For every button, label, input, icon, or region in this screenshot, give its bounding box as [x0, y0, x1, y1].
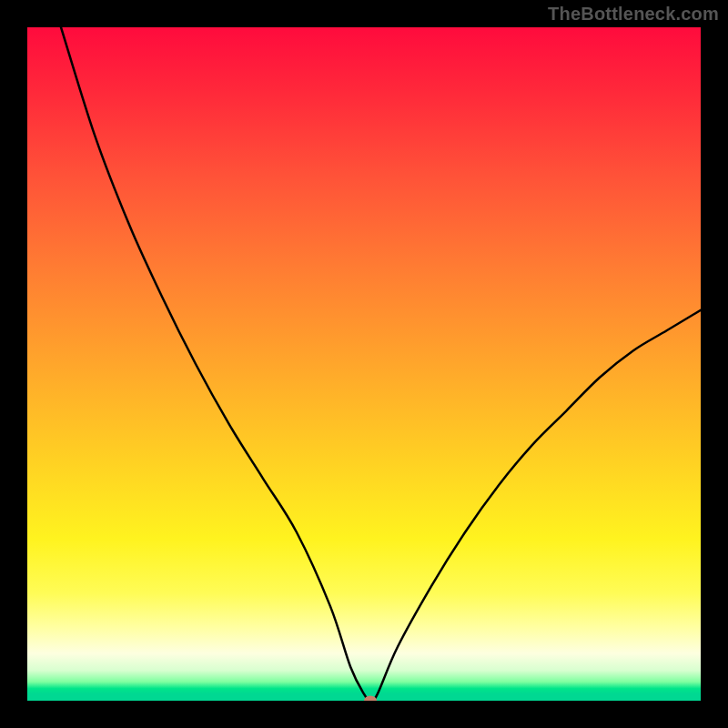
bottleneck-curve-path	[61, 27, 701, 701]
watermark-text: TheBottleneck.com	[548, 4, 719, 25]
plot-area	[27, 27, 701, 701]
optimum-marker	[364, 696, 377, 702]
chart-frame: TheBottleneck.com	[0, 0, 728, 728]
curve-svg	[27, 27, 701, 701]
